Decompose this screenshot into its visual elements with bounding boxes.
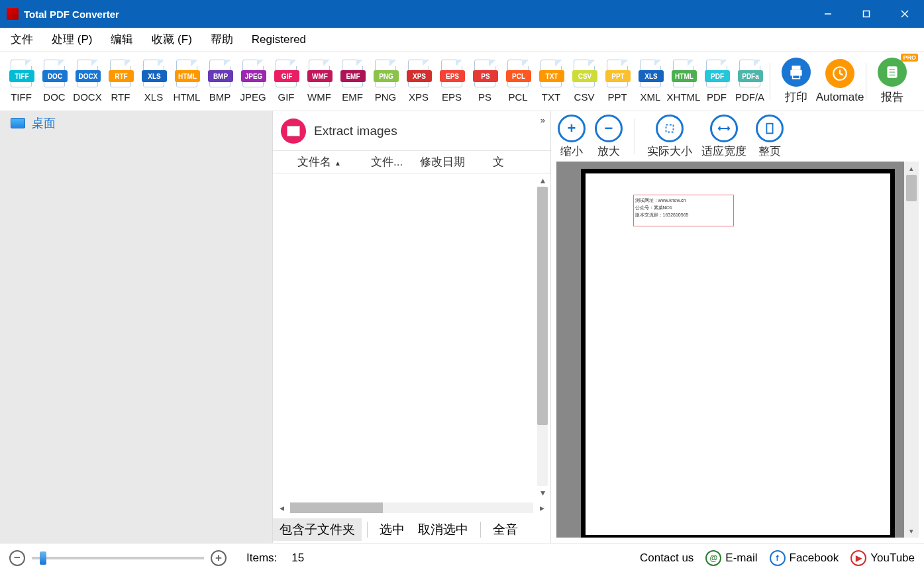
svg-rect-12 — [666, 124, 674, 132]
include-subfolders-button[interactable]: 包含子文件夹 — [273, 518, 362, 541]
format-bmp[interactable]: BMP BMP — [204, 60, 236, 103]
file-icon: XLS — [637, 60, 664, 89]
horizontal-scrollbar[interactable]: ◂ ▸ — [273, 499, 550, 516]
zoom-slider[interactable] — [32, 557, 204, 559]
extract-images-icon — [281, 119, 306, 144]
format-jpeg[interactable]: JPEG JPEG — [237, 60, 269, 103]
format-doc[interactable]: DOC DOC — [38, 60, 70, 103]
zoom-plus-button[interactable]: + — [211, 550, 227, 566]
automate-button[interactable]: Automate — [818, 59, 862, 104]
whole-page-label: 整页 — [758, 144, 781, 159]
maximize-button[interactable] — [847, 0, 886, 28]
file-icon: PS — [472, 60, 498, 89]
file-icon: TIFF — [8, 60, 34, 89]
menu-help[interactable]: 帮助 — [208, 30, 236, 48]
col-file[interactable]: 文件... — [366, 154, 415, 169]
sort-asc-icon: ▲ — [334, 160, 341, 167]
format-xls[interactable]: XLS XLS — [138, 60, 170, 103]
format-txt[interactable]: TXT TXT — [535, 60, 567, 103]
tree-item-desktop[interactable]: 桌面 — [0, 111, 272, 135]
format-pdf-a[interactable]: PDFa PDF/A — [734, 60, 766, 103]
menu-process[interactable]: 处理 (P) — [49, 30, 95, 48]
zoom-in-button[interactable]: − 放大 — [595, 115, 623, 159]
minus-icon: − — [595, 115, 623, 142]
format-toolbar: TIFF TIFF DOC DOC DOCX DOCX RTF RTF XLS … — [0, 52, 924, 111]
select-button[interactable]: 选中 — [373, 518, 411, 541]
close-button[interactable] — [886, 0, 924, 28]
file-icon: BMP — [207, 60, 233, 89]
format-label: XML — [641, 91, 661, 103]
format-label: TIFF — [11, 91, 32, 103]
col-name[interactable]: 文件名 ▲ — [273, 154, 366, 169]
print-button[interactable]: 打印 — [774, 58, 818, 105]
format-rtf[interactable]: RTF RTF — [105, 60, 136, 103]
preview-line: 公众号：素菜NO1 — [635, 204, 732, 211]
format-csv[interactable]: CSV CSV — [568, 60, 600, 103]
minimize-button[interactable] — [809, 0, 847, 28]
format-html[interactable]: HTML HTML — [171, 60, 203, 103]
youtube-link[interactable]: ▶ YouTube — [850, 550, 915, 566]
email-icon: @ — [705, 550, 721, 566]
deselect-button[interactable]: 取消选中 — [411, 518, 475, 541]
format-pcl[interactable]: PCL PCL — [502, 60, 534, 103]
format-label: DOC — [43, 91, 65, 103]
extract-label[interactable]: Extract images — [314, 124, 397, 138]
format-label: PDF — [707, 91, 727, 103]
report-button[interactable]: PRO 报告 — [870, 58, 914, 105]
actual-size-button[interactable]: 实际大小 — [647, 115, 692, 159]
main-area: 桌面 » Extract images 文件名 ▲ 文件... 修改日期 文 ▴… — [0, 111, 924, 543]
format-ps[interactable]: PS PS — [469, 60, 501, 103]
selection-footer: 包含子文件夹 选中 取消选中 全音 — [273, 516, 550, 543]
all-button[interactable]: 全音 — [486, 518, 525, 541]
zoom-minus-button[interactable]: − — [9, 550, 25, 566]
menu-file[interactable]: 文件 — [8, 30, 36, 48]
contact-bar: Contact us @ E-mail f Facebook ▶ YouTube — [640, 550, 915, 566]
scroll-thumb[interactable] — [537, 187, 548, 425]
format-pdf[interactable]: PDF PDF — [701, 60, 733, 103]
format-wmf[interactable]: WMF WMF — [303, 60, 335, 103]
menu-registered[interactable]: Registered — [249, 32, 309, 48]
scroll-right-icon[interactable]: ▸ — [533, 502, 550, 513]
format-gif[interactable]: GIF GIF — [270, 60, 302, 103]
format-emf[interactable]: EMF EMF — [336, 60, 368, 103]
scroll-left-icon[interactable]: ◂ — [273, 502, 290, 513]
format-tiff[interactable]: TIFF TIFF — [5, 60, 37, 103]
facebook-link[interactable]: f Facebook — [770, 550, 839, 566]
format-docx[interactable]: DOCX DOCX — [72, 60, 103, 103]
print-icon — [782, 58, 811, 87]
slider-handle[interactable] — [40, 551, 46, 565]
scroll-thumb[interactable] — [290, 502, 383, 513]
scroll-down-icon[interactable]: ▾ — [536, 486, 549, 499]
format-xps[interactable]: XPS XPS — [403, 60, 435, 103]
contact-us-label: Contact us — [640, 551, 693, 565]
fit-width-button[interactable]: 适应宽度 — [701, 115, 746, 159]
format-eps[interactable]: EPS EPS — [436, 60, 468, 103]
format-xml[interactable]: XLS XML — [635, 60, 666, 103]
actual-size-icon — [656, 115, 684, 142]
print-label: 打印 — [785, 89, 807, 105]
col-text[interactable]: 文 — [488, 154, 507, 169]
email-link[interactable]: @ E-mail — [705, 550, 757, 566]
scroll-down-icon[interactable]: ▾ — [904, 524, 919, 538]
desktop-icon — [11, 118, 25, 128]
vertical-scrollbar[interactable]: ▴ ▾ — [535, 173, 550, 499]
format-ppt[interactable]: PPT PPT — [601, 60, 633, 103]
pro-badge: PRO — [901, 54, 918, 62]
format-png[interactable]: PNG PNG — [370, 60, 401, 103]
app-icon — [7, 8, 19, 20]
menu-favorites[interactable]: 收藏 (F) — [149, 30, 194, 48]
scroll-up-icon[interactable]: ▴ — [904, 162, 919, 175]
whole-page-button[interactable]: 整页 — [756, 115, 784, 159]
format-xhtml[interactable]: HTML XHTML — [668, 60, 699, 103]
preview-viewport[interactable]: 测试网址：www.know.cn 公众号：素菜NO1 版本交流群：1632810… — [556, 162, 919, 538]
menu-edit[interactable]: 编辑 — [108, 30, 136, 48]
collapse-icon[interactable]: » — [540, 115, 545, 125]
file-icon: DOCX — [74, 60, 101, 89]
scroll-up-icon[interactable]: ▴ — [536, 173, 549, 187]
folder-tree-pane: 桌面 — [0, 111, 273, 543]
zoom-out-button[interactable]: + 缩小 — [558, 115, 586, 159]
file-icon: XLS — [140, 60, 167, 89]
col-modified[interactable]: 修改日期 — [415, 154, 488, 169]
preview-scrollbar[interactable]: ▴ ▾ — [904, 162, 919, 538]
scroll-thumb[interactable] — [906, 175, 917, 201]
